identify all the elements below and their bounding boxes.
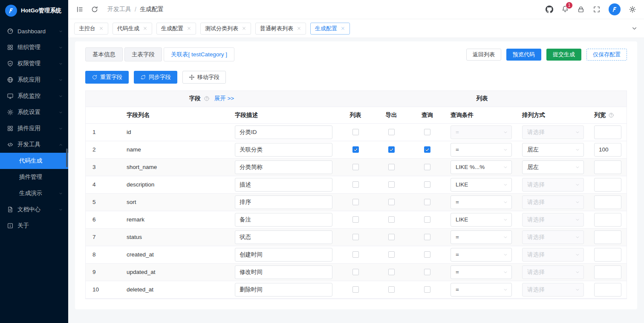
column-width-input[interactable] <box>594 213 621 227</box>
column-width-input[interactable] <box>594 283 621 297</box>
query-checkbox[interactable] <box>424 234 430 240</box>
config-tab-1[interactable]: 主表字段 <box>124 47 162 61</box>
column-width-input[interactable] <box>594 230 621 244</box>
sidebar-item-plugin-manage[interactable]: 插件管理 <box>0 169 68 185</box>
collapse-sidebar-icon[interactable] <box>76 6 84 13</box>
opened-tab-2[interactable]: 生成配置 <box>156 23 196 35</box>
github-icon[interactable] <box>546 6 553 13</box>
close-icon[interactable] <box>187 26 191 31</box>
export-checkbox[interactable] <box>388 234 395 240</box>
save-config-only-button[interactable]: 仅保存配置 <box>586 49 627 61</box>
sidebar-item-plugin-app[interactable]: 插件应用 <box>0 120 68 137</box>
lock-screen-icon[interactable] <box>577 6 585 13</box>
query-condition-select[interactable]: LIKE <box>451 178 512 192</box>
sidebar-item-permission-manage[interactable]: 权限管理 <box>0 55 68 72</box>
submit-generate-button[interactable]: 提交生成 <box>546 49 581 61</box>
sidebar-item-system-setting[interactable]: 系统设置 <box>0 104 68 120</box>
sidebar-item-code-generate[interactable]: 代码生成 <box>0 153 68 169</box>
sidebar-item-dev-tools[interactable]: 开发工具 <box>0 137 68 153</box>
export-checkbox[interactable] <box>388 286 395 293</box>
query-checkbox[interactable] <box>424 269 430 275</box>
query-checkbox[interactable] <box>424 216 430 223</box>
close-icon[interactable] <box>341 26 345 31</box>
export-checkbox[interactable] <box>388 251 395 258</box>
breadcrumb-item[interactable]: 开发工具 <box>107 6 131 13</box>
align-select[interactable]: 居左 <box>522 160 584 174</box>
settings-gear-icon[interactable] <box>629 6 636 13</box>
opened-tab-1[interactable]: 代码生成 <box>113 23 152 35</box>
preview-code-button[interactable]: 预览代码 <box>506 49 541 61</box>
expand-link[interactable]: 展开 >> <box>214 95 234 102</box>
query-condition-select[interactable]: = <box>451 230 512 244</box>
field-desc-input[interactable] <box>235 143 332 157</box>
sidebar-scrollbar[interactable] <box>66 148 68 167</box>
sync-fields-button[interactable]: 同步字段 <box>134 71 177 84</box>
help-icon[interactable] <box>608 112 614 118</box>
opened-tab-0[interactable]: 主控台 <box>74 23 108 35</box>
list-checkbox[interactable] <box>352 181 359 188</box>
list-checkbox[interactable] <box>352 199 359 205</box>
config-tab-0[interactable]: 基本信息 <box>85 47 123 61</box>
sidebar-item-doc-center[interactable]: 文档中心 <box>0 201 68 218</box>
close-icon[interactable] <box>297 26 301 31</box>
field-desc-input[interactable] <box>235 248 332 262</box>
export-checkbox[interactable] <box>388 146 395 153</box>
export-checkbox[interactable] <box>388 129 395 135</box>
sidebar-item-system-app[interactable]: 系统应用 <box>0 72 68 88</box>
list-checkbox[interactable] <box>352 269 359 275</box>
query-condition-select[interactable]: = <box>451 195 512 209</box>
query-condition-select[interactable]: = <box>451 248 512 262</box>
field-desc-input[interactable] <box>235 178 332 192</box>
sidebar-item-org-manage[interactable]: 组织管理 <box>0 39 68 55</box>
sidebar-item-system-monitor[interactable]: 系统监控 <box>0 88 68 104</box>
field-desc-input[interactable] <box>235 213 332 227</box>
tab-list-chevron-down-icon[interactable] <box>631 25 638 32</box>
list-checkbox[interactable] <box>352 251 359 258</box>
list-checkbox[interactable] <box>352 146 359 153</box>
query-condition-select[interactable]: LIKE <box>451 213 512 227</box>
app-logo[interactable]: HotGo管理系统 <box>0 0 68 21</box>
column-width-input[interactable] <box>594 125 621 139</box>
opened-tab-3[interactable]: 测试分类列表 <box>200 23 251 35</box>
query-condition-select[interactable]: = <box>451 143 512 157</box>
reset-fields-button[interactable]: 重置字段 <box>85 71 129 84</box>
close-icon[interactable] <box>143 26 147 31</box>
column-width-input[interactable] <box>594 178 621 192</box>
config-tab-2[interactable]: 关联表[ testCategory ] <box>164 47 234 61</box>
list-checkbox[interactable] <box>352 164 359 170</box>
query-condition-select[interactable]: = <box>451 265 512 279</box>
sidebar-item-about[interactable]: 关于 <box>0 218 68 234</box>
query-checkbox[interactable] <box>424 181 430 188</box>
sidebar-item-dashboard[interactable]: Dashboard <box>0 23 68 39</box>
opened-tab-5[interactable]: 生成配置 <box>310 23 350 35</box>
export-checkbox[interactable] <box>388 269 395 275</box>
field-desc-input[interactable] <box>235 195 332 209</box>
field-desc-input[interactable] <box>235 230 332 244</box>
column-width-input[interactable] <box>594 265 621 279</box>
query-condition-select[interactable]: LIKE %...% <box>451 160 512 174</box>
export-checkbox[interactable] <box>388 199 395 205</box>
opened-tab-4[interactable]: 普通树表列表 <box>255 23 306 35</box>
list-checkbox[interactable] <box>352 129 359 135</box>
query-condition-select[interactable]: = <box>451 283 512 297</box>
notifications-button[interactable]: 1 <box>561 5 569 14</box>
move-fields-button[interactable]: 移动字段 <box>182 71 226 84</box>
field-desc-input[interactable] <box>235 125 332 139</box>
field-desc-input[interactable] <box>235 160 332 174</box>
query-checkbox[interactable] <box>424 129 430 135</box>
query-checkbox[interactable] <box>424 199 430 205</box>
column-width-input[interactable] <box>594 248 621 262</box>
fullscreen-icon[interactable] <box>593 6 601 13</box>
close-icon[interactable] <box>99 26 104 31</box>
list-checkbox[interactable] <box>352 286 359 293</box>
export-checkbox[interactable] <box>388 216 395 223</box>
list-checkbox[interactable] <box>352 234 359 240</box>
refresh-icon[interactable] <box>91 6 98 13</box>
column-width-input[interactable] <box>594 160 621 174</box>
user-avatar[interactable] <box>609 3 621 15</box>
field-desc-input[interactable] <box>235 265 332 279</box>
query-checkbox[interactable] <box>424 251 430 258</box>
export-checkbox[interactable] <box>388 164 395 170</box>
column-width-input[interactable] <box>594 143 621 157</box>
field-help-icon[interactable] <box>204 96 210 102</box>
